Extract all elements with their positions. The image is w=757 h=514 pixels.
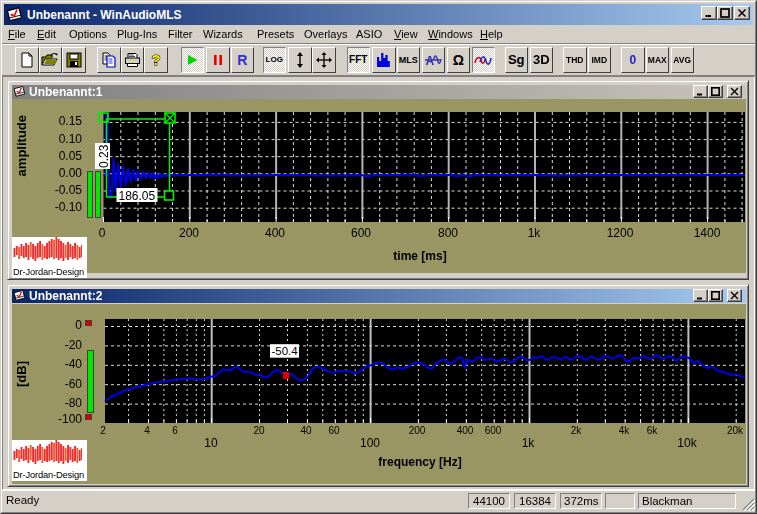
svg-text:?: ? <box>151 52 160 68</box>
svg-text:-50.4: -50.4 <box>272 345 299 357</box>
svg-text:0.23: 0.23 <box>97 144 111 168</box>
svg-text:186.05: 186.05 <box>119 189 156 203</box>
svg-text:A: A <box>426 54 435 68</box>
